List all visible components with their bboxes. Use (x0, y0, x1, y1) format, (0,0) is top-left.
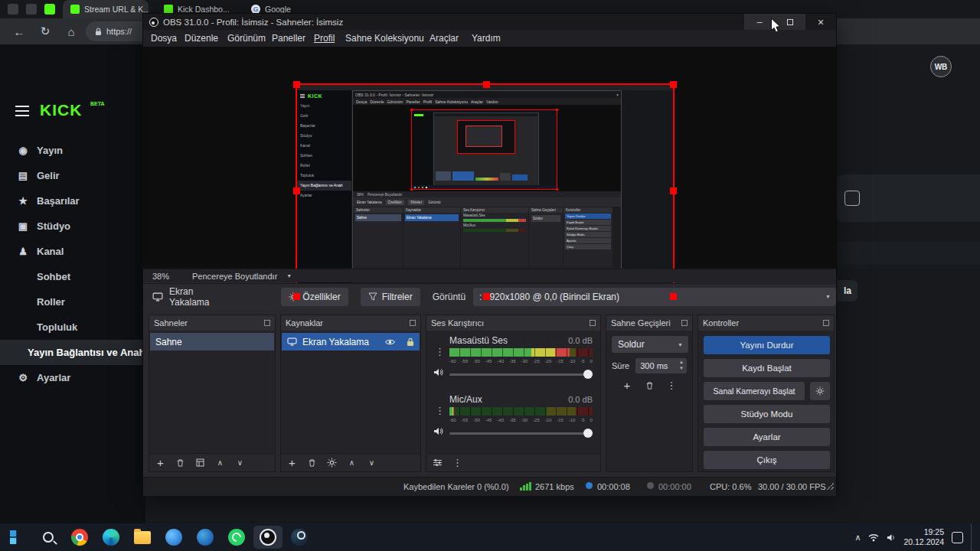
source-item[interactable]: Ekran Yakalama (282, 333, 420, 350)
remove-transition-button[interactable] (645, 381, 655, 390)
settings-button[interactable]: Ayarlar (704, 428, 830, 446)
taskbar-clock[interactable]: 19:25 20.12.2024 (903, 527, 944, 547)
notification-icon[interactable] (952, 532, 963, 543)
resize-grip[interactable] (826, 482, 834, 490)
sidebar-item-yayin[interactable]: ◉Yayın (0, 138, 145, 163)
filters-button[interactable]: Filtreler (361, 288, 420, 306)
tray-chevron-icon[interactable]: ∧ (854, 533, 861, 543)
obs-titlebar[interactable]: OBS 31.0.0 - Profil: İsimsiz - Sahneler:… (143, 14, 836, 30)
close-button[interactable]: × (805, 14, 836, 30)
chevron-down-icon[interactable]: ▼ (286, 273, 292, 279)
menu-dosya[interactable]: Dosya (151, 30, 177, 47)
pinned-tab-kick-icon[interactable] (44, 4, 55, 15)
speaker-icon[interactable] (433, 368, 443, 377)
taskbar-app-button-2[interactable] (191, 526, 220, 549)
selection-handle[interactable] (670, 293, 677, 300)
start-recording-button[interactable]: Kaydı Başlat (704, 359, 830, 377)
selection-handle[interactable] (293, 187, 300, 194)
popout-icon[interactable] (410, 320, 416, 326)
menu-paneller[interactable]: Paneller (272, 30, 305, 47)
sidebar-item-roller[interactable]: Roller (0, 289, 145, 315)
stop-streaming-button[interactable]: Yayını Durdur (704, 336, 830, 354)
search-button[interactable] (34, 526, 63, 549)
exit-button[interactable]: Çıkış (704, 451, 830, 469)
show-desktop-button[interactable] (971, 523, 974, 551)
spin-down-icon[interactable]: ▼ (679, 365, 684, 371)
sidebar-item-yayin-baglantisi[interactable]: Yayın Bağlantısı ve Anah (0, 340, 145, 365)
spin-up-icon[interactable]: ▲ (679, 359, 684, 365)
duration-spinner[interactable]: 300 ms ▲▼ (635, 358, 687, 373)
preview-capture[interactable]: KICK YayınGelirBaşarılarStüdyoKanalSohbe… (296, 83, 675, 298)
menu-profil[interactable]: Profil (314, 30, 335, 47)
sidebar-item-topluluk[interactable]: Topluluk (0, 315, 145, 340)
scene-filters-button[interactable] (195, 458, 205, 467)
move-down-button[interactable]: ∨ (235, 458, 245, 467)
sidebar-item-studyo[interactable]: ▣Stüdyo (0, 214, 145, 239)
studio-mode-button[interactable]: Stüdyo Modu (704, 405, 830, 423)
popout-icon[interactable] (823, 320, 829, 326)
pinned-tab-icon[interactable] (26, 4, 37, 15)
volume-slider[interactable] (449, 370, 593, 380)
menu-gorunum[interactable]: Görünüm (227, 30, 266, 47)
selection-handle[interactable] (293, 293, 300, 300)
volume-icon[interactable] (887, 533, 896, 542)
selection-handle[interactable] (483, 293, 490, 300)
properties-button[interactable]: Özellikler (281, 288, 348, 306)
mixer-menu-icon[interactable]: ⋮ (452, 457, 462, 468)
refresh-icon[interactable]: ↻ (35, 21, 55, 41)
sidebar-item-sohbet[interactable]: Sohbet (0, 264, 145, 289)
hamburger-icon[interactable] (15, 106, 29, 107)
advanced-audio-icon[interactable] (433, 458, 443, 467)
eye-icon[interactable] (384, 338, 396, 346)
steam-button[interactable] (285, 526, 314, 549)
add-transition-button[interactable]: + (622, 380, 632, 391)
sidebar-item-gelir[interactable]: ▤Gelir (0, 163, 145, 188)
selection-handle[interactable] (293, 81, 300, 88)
volume-slider[interactable] (449, 429, 593, 439)
edge-taskbar-button[interactable] (96, 526, 126, 549)
channel-menu-icon[interactable]: ⋮ (435, 405, 445, 416)
profile-badge[interactable]: WB (930, 56, 952, 77)
start-virtual-camera-button[interactable]: Sanal Kamerayı Başlat (704, 382, 805, 400)
selection-handle[interactable] (670, 81, 677, 88)
slider-knob[interactable] (583, 370, 593, 379)
wifi-icon[interactable] (868, 533, 879, 542)
menu-duzenle[interactable]: Düzenle (185, 30, 218, 47)
move-up-button[interactable]: ∧ (215, 458, 225, 467)
transition-select[interactable]: Soldur▼ (612, 336, 688, 353)
sidebar-item-basarilar[interactable]: ★Başarılar (0, 188, 145, 214)
file-explorer-button[interactable] (128, 526, 157, 549)
obs-taskbar-button[interactable] (253, 526, 283, 549)
popout-icon[interactable] (264, 320, 270, 326)
speaker-icon[interactable] (433, 427, 443, 435)
move-up-button[interactable]: ∧ (347, 458, 357, 467)
whatsapp-button[interactable] (222, 526, 251, 549)
popout-icon[interactable] (590, 320, 596, 326)
selection-handle[interactable] (670, 187, 677, 194)
start-button[interactable] (2, 526, 31, 549)
channel-menu-icon[interactable]: ⋮ (435, 346, 445, 357)
remove-source-button[interactable] (307, 458, 317, 468)
browser-tab-stream-key[interactable]: Stream URL & K... (63, 0, 149, 18)
copy-icon[interactable] (844, 191, 860, 206)
lock-icon[interactable] (407, 337, 414, 347)
transition-menu-icon[interactable]: ⋮ (667, 380, 677, 391)
move-down-button[interactable]: ∨ (367, 458, 377, 467)
add-source-button[interactable]: + (287, 457, 297, 468)
add-scene-button[interactable]: + (155, 457, 165, 468)
display-select[interactable]: : 1920x1080 @ 0,0 (Birincil Ekran) ▼ (473, 288, 836, 306)
selection-handle[interactable] (483, 81, 490, 88)
source-properties-button[interactable] (327, 458, 337, 468)
sidebar-item-kanal[interactable]: ♟Kanal (0, 239, 145, 264)
virtual-camera-settings-button[interactable] (810, 382, 830, 400)
home-icon[interactable]: ⌂ (61, 21, 81, 41)
menu-araclar[interactable]: Araçlar (430, 30, 459, 47)
fit-to-window-dropdown[interactable]: Pencereye Boyutlandır (192, 272, 277, 281)
pinned-tab-icon[interactable] (8, 4, 18, 15)
menu-yardim[interactable]: Yardım (472, 30, 501, 47)
remove-scene-button[interactable] (175, 458, 185, 468)
scene-item[interactable]: Sahne (150, 333, 274, 350)
minimize-button[interactable]: – (744, 14, 775, 30)
taskbar-app-button-1[interactable] (159, 526, 188, 549)
slider-knob[interactable] (583, 429, 593, 438)
